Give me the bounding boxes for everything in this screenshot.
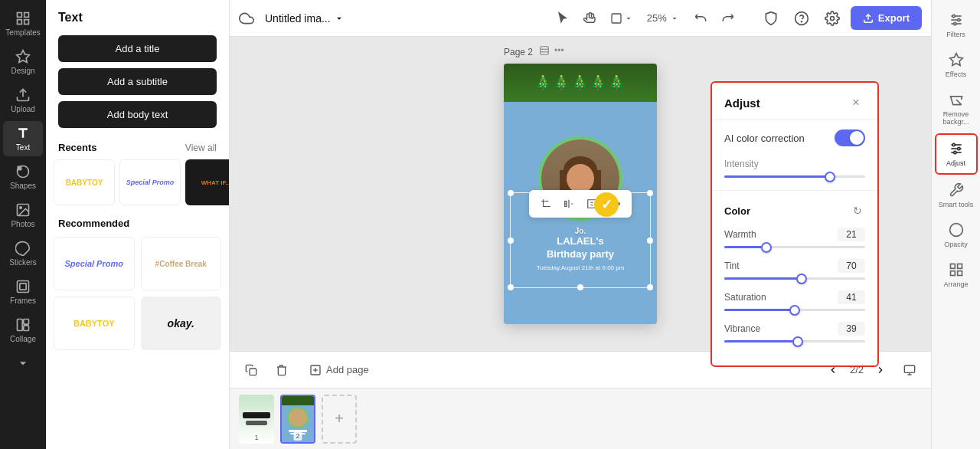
rec-item-okay[interactable]: okay. [141,297,222,350]
warmth-fill [724,246,766,248]
handle-r[interactable] [647,238,653,244]
recent-item-special-promo[interactable]: Special Promo [119,159,181,205]
export-label: Export [878,12,910,24]
sidebar-item-shapes[interactable]: Shapes [3,159,43,195]
img-toolbar-crop[interactable] [535,193,557,215]
rec-item-special-promo[interactable]: Special Promo [54,237,135,290]
cloud-save-icon[interactable] [239,11,254,26]
zoom-value: 25% [647,12,667,24]
right-sidebar-smart-tools[interactable]: Smart tools [935,176,978,215]
intensity-label: Intensity [724,159,865,169]
redo-button[interactable] [716,6,740,31]
handle-tr[interactable] [647,190,653,196]
svg-point-33 [957,18,959,21]
right-sidebar-remove-bg[interactable]: Remove backgr... [935,86,978,132]
saturation-slider[interactable] [724,309,865,311]
saturation-thumb[interactable] [789,305,800,316]
svg-rect-13 [24,326,29,331]
handle-b[interactable] [577,284,583,290]
right-sidebar-opacity[interactable]: Opacity [935,216,978,254]
intensity-row: Intensity [712,156,877,187]
svg-rect-50 [950,264,955,269]
view-all-link[interactable]: View all [185,143,217,153]
right-sidebar-adjust[interactable]: Adjust [935,133,978,175]
right-sidebar-effects[interactable]: Effects [935,46,978,84]
export-button[interactable]: Export [851,6,922,30]
ai-correction-toggle[interactable] [835,129,865,146]
handle-bl[interactable] [508,284,514,290]
undo-button[interactable] [688,6,713,31]
file-name-button[interactable]: Untitled ima... [260,9,349,28]
warmth-slider[interactable] [724,246,865,248]
zoom-button[interactable]: 25% [641,9,685,27]
sidebar-item-photos[interactable]: Photos [3,198,43,233]
delete-page-button[interactable] [270,358,294,382]
hand-tool-button[interactable] [578,6,603,31]
vibrance-slider[interactable] [724,340,865,342]
tint-label: Tint [724,261,740,271]
sidebar-item-stickers[interactable]: Stickers [3,236,43,271]
page-more-icon[interactable]: ••• [554,45,564,58]
svg-rect-23 [250,369,256,375]
add-page-button[interactable]: Add page [300,359,378,381]
thumbnail-2[interactable]: 2 [280,395,315,444]
question-icon[interactable] [789,6,814,31]
frame-button[interactable] [606,6,638,31]
date-text: Tuesday,August 21th at 6:00 pm [537,264,625,271]
help-icon[interactable] [759,6,783,31]
jo-text: Jo. [575,227,586,235]
page-notes-icon[interactable] [539,45,550,58]
file-name-text: Untitled ima... [265,12,331,25]
intensity-thumb[interactable] [825,172,835,182]
color-reset-button[interactable]: ↻ [850,203,865,218]
handle-br[interactable] [647,284,653,290]
svg-rect-10 [20,283,26,290]
tint-slider[interactable] [724,277,865,280]
intensity-slider[interactable] [724,175,865,178]
saturation-label: Saturation [724,292,766,303]
warmth-thumb[interactable] [761,242,772,253]
thumbnail-1[interactable]: 1 [239,395,274,444]
canvas-page[interactable]: ••• [504,64,657,324]
svg-rect-1 [24,13,29,18]
checkmark-badge: ✓ [594,192,619,217]
add-page-thumbnail[interactable]: + [322,395,357,444]
svg-point-40 [952,143,955,146]
sidebar-item-upload[interactable]: Upload [3,83,43,118]
presentation-button[interactable] [897,358,922,382]
settings-icon[interactable] [820,6,844,31]
rec-item-coffee-break[interactable]: #Coffee Break [141,237,222,290]
sidebar-item-text[interactable]: Text [3,121,43,156]
sidebar-item-more[interactable] [3,351,43,375]
sidebar-item-design[interactable]: Design [3,44,43,80]
recent-item-what-if[interactable]: WHAT IF... [185,159,230,205]
left-sidebar: Templates Design Upload Text Shapes Phot… [0,0,46,449]
select-tool-button[interactable] [550,6,575,31]
warmth-label: Warmth [724,229,756,240]
img-toolbar-flip[interactable] [558,193,580,215]
recent-item-babytoy[interactable]: BABYTOY [54,159,115,205]
svg-rect-12 [24,320,29,325]
right-sidebar-filters[interactable]: Filters [935,6,978,44]
adjust-panel-close[interactable]: × [847,93,865,112]
handle-l[interactable] [508,238,514,244]
handle-tl[interactable] [508,190,514,196]
vibrance-thumb[interactable] [792,336,803,347]
saturation-value: 41 [838,290,865,304]
right-sidebar-arrange[interactable]: Arrange [935,256,978,294]
color-title: Color [724,205,750,217]
add-subtitle-button[interactable]: Add a subtitle [58,68,217,95]
tint-thumb[interactable] [796,274,807,284]
svg-rect-9 [18,281,29,293]
copy-page-button[interactable] [239,358,263,382]
add-body-button[interactable]: Add body text [58,101,217,128]
sidebar-item-templates[interactable]: Templates [3,6,43,41]
add-page-label: Add page [326,364,369,375]
rec-item-babytoy[interactable]: BABYTOY [54,297,135,350]
text-panel: Text Add a title Add a subtitle Add body… [46,0,230,449]
adjust-panel-title: Adjust [724,97,760,110]
add-title-button[interactable]: Add a title [58,35,217,62]
sidebar-item-collage[interactable]: Collage [3,313,43,348]
svg-rect-2 [24,20,29,25]
sidebar-item-frames[interactable]: Frames [3,274,43,310]
